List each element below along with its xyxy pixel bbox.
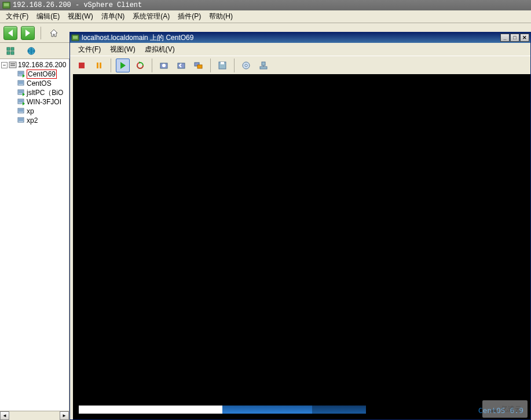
cloud-icon: ☁ xyxy=(488,403,499,415)
vm-icon xyxy=(17,79,25,87)
svg-rect-9 xyxy=(10,65,15,66)
floppy-icon xyxy=(218,61,227,70)
svg-rect-25 xyxy=(97,63,98,68)
progress-empty xyxy=(366,406,438,414)
revert-snapshot-button[interactable] xyxy=(174,59,188,72)
menu-plugins[interactable]: 插件(P) xyxy=(174,10,204,23)
tree-vm-row[interactable]: xp xyxy=(0,107,69,116)
power-off-button[interactable] xyxy=(75,59,89,72)
toolbar-separator xyxy=(41,27,41,39)
refresh-button[interactable] xyxy=(24,44,38,58)
scroll-right-icon[interactable]: ► xyxy=(60,411,69,420)
console-vm-icon xyxy=(71,34,79,42)
menu-inventory[interactable]: 清单(N) xyxy=(98,10,129,23)
nav-forward-button[interactable] xyxy=(21,26,35,40)
console-area: localhost.localdomain 上的 CentO69 _ □ ✕ 文… xyxy=(69,59,531,420)
cd-button[interactable] xyxy=(239,59,253,72)
menu-admin[interactable]: 系统管理(A) xyxy=(129,10,173,23)
console-titlebar[interactable]: localhost.localdomain 上的 CentO69 _ □ ✕ xyxy=(70,32,530,43)
svg-rect-17 xyxy=(19,100,23,103)
play-icon xyxy=(118,61,127,70)
console-menu-view[interactable]: 视图(W) xyxy=(107,43,138,56)
toolbar-separator xyxy=(210,59,211,72)
svg-rect-13 xyxy=(19,81,23,84)
snapshot-manager-button[interactable] xyxy=(192,59,206,72)
inventory-tree[interactable]: − 192.168.26.200 CentO69CentOSjsltPC（BiO… xyxy=(0,59,69,126)
pause-button[interactable] xyxy=(92,59,106,72)
tree-collapse-icon[interactable]: − xyxy=(1,62,8,68)
reset-button[interactable] xyxy=(133,59,147,72)
svg-rect-24 xyxy=(79,63,85,68)
home-button[interactable] xyxy=(47,26,61,40)
globe-refresh-icon xyxy=(27,46,36,56)
svg-rect-5 xyxy=(11,52,14,54)
reset-icon xyxy=(136,61,145,70)
content-area: − 192.168.26.200 CentO69CentOSjsltPC（BiO… xyxy=(0,59,531,420)
console-menu-file[interactable]: 文件(F) xyxy=(75,43,104,56)
menu-file[interactable]: 文件(F) xyxy=(2,10,32,23)
svg-rect-3 xyxy=(11,48,14,50)
stop-icon xyxy=(77,61,86,70)
maximize-button[interactable]: □ xyxy=(510,34,519,42)
svg-rect-11 xyxy=(19,72,23,75)
menu-help[interactable]: 帮助(H) xyxy=(206,10,236,23)
network-icon xyxy=(259,61,268,70)
vm-icon xyxy=(17,70,25,78)
scroll-left-icon[interactable]: ◄ xyxy=(0,411,9,420)
tree-host-row[interactable]: − 192.168.26.200 xyxy=(0,60,69,70)
svg-rect-31 xyxy=(197,65,202,68)
network-button[interactable] xyxy=(257,59,270,72)
console-toolbar xyxy=(70,56,530,74)
svg-rect-1 xyxy=(4,3,9,6)
tree-vm-row[interactable]: xp2 xyxy=(0,116,69,125)
svg-rect-8 xyxy=(10,63,15,64)
window-buttons: _ □ ✕ xyxy=(500,34,529,42)
svg-rect-2 xyxy=(7,48,10,50)
close-button[interactable]: ✕ xyxy=(520,34,529,42)
nav-back-button[interactable] xyxy=(3,26,17,40)
tree-vm-row[interactable]: CentO69 xyxy=(0,70,69,79)
console-title-text: localhost.localdomain 上的 CentO69 xyxy=(82,33,193,43)
svg-rect-4 xyxy=(7,52,10,54)
revert-icon xyxy=(177,61,186,70)
pause-icon xyxy=(94,61,104,70)
power-on-button[interactable] xyxy=(116,59,130,72)
progress-blue xyxy=(222,406,312,414)
arrow-left-icon xyxy=(8,30,13,36)
snapshot-button[interactable] xyxy=(157,59,171,72)
vsphere-icon xyxy=(2,1,10,9)
watermark: ☁ 亿速云 xyxy=(482,400,528,418)
vm-label: xp2 xyxy=(27,116,38,125)
console-menubar: 文件(F) 视图(W) 虚拟机(V) xyxy=(70,43,530,56)
tree-vm-row[interactable]: jsltPC（BiO xyxy=(0,88,69,97)
svg-rect-15 xyxy=(19,90,23,93)
inventory-icon xyxy=(6,46,15,56)
console-display[interactable] xyxy=(73,74,530,407)
progress-darkblue xyxy=(312,406,366,414)
tree-vm-row[interactable]: WIN-3FJOI xyxy=(0,97,69,107)
svg-point-35 xyxy=(245,64,247,67)
toolbar-separator xyxy=(111,59,111,72)
vm-label: CentO69 xyxy=(27,70,57,79)
sidebar-horizontal-scrollbar[interactable]: ◄ ► xyxy=(0,411,69,420)
floppy-button[interactable] xyxy=(215,59,229,72)
tree-vm-row[interactable]: CentOS xyxy=(0,79,69,88)
tree-host-label: 192.168.26.200 xyxy=(18,61,66,69)
main-titlebar: 192.168.26.200 - vSphere Client xyxy=(0,0,531,10)
menu-view[interactable]: 视图(W) xyxy=(64,10,96,23)
cd-icon xyxy=(241,61,251,70)
toolbar-separator xyxy=(234,59,235,72)
main-menubar: 文件(F) 编辑(E) 视图(W) 清单(N) 系统管理(A) 插件(P) 帮助… xyxy=(0,10,531,23)
console-screen[interactable]: CentOS 6.9 xyxy=(73,74,530,419)
inventory-button[interactable] xyxy=(3,44,17,58)
svg-point-28 xyxy=(162,64,166,67)
main-title-text: 192.168.26.200 - vSphere Client xyxy=(13,1,142,9)
scroll-track[interactable] xyxy=(9,411,60,420)
vm-icon xyxy=(17,116,25,125)
menu-edit[interactable]: 编辑(E) xyxy=(33,10,63,23)
home-icon xyxy=(49,28,58,38)
minimize-button[interactable]: _ xyxy=(500,34,510,42)
svg-rect-23 xyxy=(73,36,78,39)
console-menu-vm[interactable]: 虚拟机(V) xyxy=(141,43,178,56)
boot-progress-bar xyxy=(79,406,438,414)
